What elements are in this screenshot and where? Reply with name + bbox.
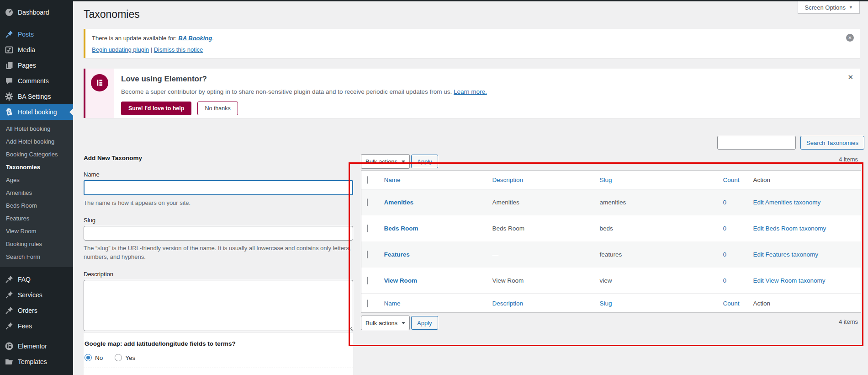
sidebar-item-comments[interactable]: Comments <box>0 73 73 89</box>
elementor-notice-body: Love using Elementor? Become a super con… <box>121 75 842 115</box>
screen-options-label: Screen Options <box>804 4 846 11</box>
sidebar-item-orders[interactable]: Orders <box>0 303 73 318</box>
gear-icon <box>5 92 14 101</box>
taxonomy-name-link[interactable]: Features <box>384 251 410 258</box>
taxonomy-name-link[interactable]: Beds Room <box>384 225 418 232</box>
edit-taxonomy-link[interactable]: Edit Features taxonomy <box>753 251 819 258</box>
sidebar-item-label: FAQ <box>18 276 31 283</box>
sidebar-item-hotel-booking[interactable]: Hotel booking <box>0 104 73 120</box>
submenu-item-booking-categories[interactable]: Booking Categories <box>0 148 73 161</box>
submenu-item-features[interactable]: Features <box>0 212 73 225</box>
edit-taxonomy-link[interactable]: Edit Amenities taxonomy <box>753 199 821 206</box>
sidebar-item-dashboard[interactable]: Dashboard <box>0 5 73 20</box>
radio-option-yes[interactable]: Yes <box>115 354 135 361</box>
bulk-actions-select-bottom[interactable]: Bulk actions <box>361 316 410 330</box>
taxonomy-slug: beds <box>595 215 719 241</box>
plugin-name-link[interactable]: BA Booking <box>178 35 212 42</box>
select-all-checkbox[interactable] <box>367 176 368 184</box>
submenu-item-amenities[interactable]: Amenities <box>0 187 73 199</box>
submenu-item-taxonomies[interactable]: Taxonomies <box>0 161 73 174</box>
submenu-item-search-form[interactable]: Search Form <box>0 251 73 263</box>
sidebar-item-fees[interactable]: Fees <box>0 318 73 334</box>
taxonomy-count-link[interactable]: 0 <box>719 241 749 268</box>
sidebar-item-label: Pages <box>18 62 36 69</box>
column-footer-count[interactable]: Count <box>719 294 749 313</box>
submenu-item-add-hotel-booking[interactable]: Add Hotel booking <box>0 135 73 148</box>
radio-no-label: No <box>95 354 103 361</box>
submenu-item-all-hotel-booking[interactable]: All Hotel booking <box>0 123 73 135</box>
column-header-description[interactable]: Description <box>488 171 595 189</box>
sidebar-item-pages[interactable]: Pages <box>0 58 73 73</box>
description-label: Description <box>84 271 353 278</box>
elementor-body-text: Become a super contributor by opting in … <box>121 88 452 95</box>
taxonomy-count-link[interactable]: 0 <box>719 268 749 294</box>
column-header-count[interactable]: Count <box>719 171 749 189</box>
name-help-text: The name is how it appears on your site. <box>84 198 353 207</box>
menu-separator <box>0 334 73 338</box>
pin-icon <box>5 306 14 315</box>
elementor-icon <box>5 342 14 351</box>
taxonomy-slug: view <box>595 268 719 294</box>
apply-button-bottom[interactable]: Apply <box>411 316 438 330</box>
row-checkbox[interactable] <box>367 277 368 284</box>
sidebar-item-ba-settings[interactable]: BA Settings <box>0 89 73 104</box>
name-label: Name <box>84 171 353 178</box>
radio-option-no[interactable]: No <box>85 354 103 361</box>
description-field[interactable] <box>84 280 353 331</box>
sidebar-item-services[interactable]: Services <box>0 287 73 303</box>
row-checkbox[interactable] <box>367 251 368 258</box>
table-row: Features — features 0 Edit Features taxo… <box>361 241 861 268</box>
begin-updating-link[interactable]: Begin updating plugin <box>92 46 149 53</box>
screen-options-button[interactable]: Screen Options ▼ <box>798 1 860 14</box>
sidebar-item-posts[interactable]: Posts <box>0 27 73 42</box>
select-all-checkbox[interactable] <box>367 300 368 307</box>
sidebar-item-templates[interactable]: Templates <box>0 354 73 370</box>
taxonomy-description: Beds Room <box>488 215 595 241</box>
taxonomy-count-link[interactable]: 0 <box>719 189 749 216</box>
close-icon[interactable] <box>847 73 853 81</box>
pin-icon <box>5 321 14 331</box>
row-checkbox[interactable] <box>367 225 368 232</box>
bulk-actions-select-top[interactable]: Bulk actions <box>361 154 410 169</box>
pages-icon <box>5 61 14 70</box>
taxonomy-count-link[interactable]: 0 <box>719 215 749 241</box>
submenu-item-booking-rules[interactable]: Booking rules <box>0 238 73 251</box>
submenu-item-view-room[interactable]: View Room <box>0 225 73 238</box>
table-row: View Room View Room view 0 Edit View Roo… <box>361 268 861 294</box>
sidebar-item-media[interactable]: Media <box>0 42 73 58</box>
sidebar-item-elementor[interactable]: Elementor <box>0 338 73 354</box>
elementor-opt-in-button[interactable]: Sure! I'd love to help <box>121 102 191 115</box>
apply-button-top[interactable]: Apply <box>411 155 438 168</box>
edit-taxonomy-link[interactable]: Edit Beds Room taxonomy <box>753 225 826 232</box>
edit-taxonomy-link[interactable]: Edit View Room taxonomy <box>753 277 826 284</box>
dismiss-circle-icon[interactable] <box>846 34 854 42</box>
radio-no-icon[interactable] <box>85 354 92 361</box>
elementor-notice-text: Become a super contributor by opting in … <box>121 88 842 96</box>
elementor-notice-buttons: Sure! I'd love to help No thanks <box>121 102 842 115</box>
column-footer-slug[interactable]: Slug <box>595 294 719 313</box>
column-footer-description[interactable]: Description <box>488 294 595 313</box>
search-taxonomies-button[interactable]: Search Taxonomies <box>800 136 864 150</box>
search-input[interactable] <box>717 136 796 150</box>
elementor-no-thanks-button[interactable]: No thanks <box>197 102 238 115</box>
row-checkbox[interactable] <box>367 198 368 206</box>
column-header-slug[interactable]: Slug <box>595 171 719 189</box>
taxonomy-name-link[interactable]: View Room <box>384 277 418 284</box>
table-header: Name Description Slug Count Action <box>361 171 861 189</box>
dismiss-notice-link[interactable]: Dismiss this notice <box>154 46 203 53</box>
taxonomy-name-link[interactable]: Amenities <box>384 199 414 206</box>
submenu-item-beds-room[interactable]: Beds Room <box>0 199 73 212</box>
submenu-item-ages[interactable]: Ages <box>0 174 73 187</box>
pin-icon <box>5 30 14 39</box>
column-header-name[interactable]: Name <box>380 171 488 189</box>
taxonomy-description: Amenities <box>488 189 595 216</box>
slug-field[interactable] <box>84 226 353 241</box>
sidebar-item-faq[interactable]: FAQ <box>0 272 73 287</box>
column-footer-name[interactable]: Name <box>380 294 488 313</box>
name-field[interactable] <box>84 180 353 195</box>
taxonomy-description: View Room <box>488 268 595 294</box>
learn-more-link[interactable]: Learn more. <box>454 88 487 95</box>
slug-label: Slug <box>84 217 353 224</box>
add-taxonomy-form: Add New Taxonomy Name The name is how it… <box>84 155 353 343</box>
radio-yes-icon[interactable] <box>115 354 122 361</box>
